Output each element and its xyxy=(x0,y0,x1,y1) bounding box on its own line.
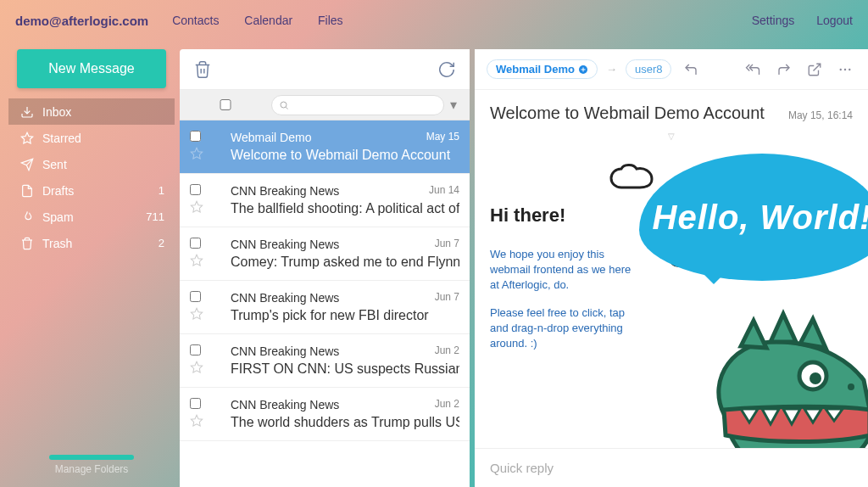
manage-folders-link[interactable]: Manage Folders xyxy=(8,443,175,487)
svg-marker-1 xyxy=(21,132,32,143)
folder-trash[interactable]: Trash2 xyxy=(8,230,175,256)
message-row[interactable]: CNN Breaking NewsJun 14The ballfield sho… xyxy=(180,174,470,227)
message-checkbox[interactable] xyxy=(190,184,201,195)
body-heading: Hi there! xyxy=(490,204,643,227)
chevron-down-icon[interactable]: ▽ xyxy=(475,132,868,142)
folder-label: Spam xyxy=(42,210,74,224)
message-date: Jun 14 xyxy=(429,184,459,198)
message-date: Jun 7 xyxy=(435,291,459,305)
select-all-checkbox[interactable] xyxy=(188,99,263,110)
folder-label: Inbox xyxy=(42,105,71,119)
message-subject: The ballfield shooting: A political act … xyxy=(231,201,459,216)
trash-icon xyxy=(20,237,36,250)
arrow-right-icon: → xyxy=(606,63,617,76)
reply-icon[interactable] xyxy=(680,62,702,77)
folder-label: Sent xyxy=(42,158,67,171)
message-checkbox[interactable] xyxy=(190,398,201,409)
svg-point-14 xyxy=(849,68,850,70)
message-from: Webmail Demo xyxy=(231,131,421,144)
scrollbar-thumb[interactable] xyxy=(49,455,134,460)
star-icon[interactable] xyxy=(190,414,225,428)
svg-marker-16 xyxy=(771,314,796,342)
more-icon[interactable] xyxy=(834,62,856,77)
message-list[interactable]: Webmail DemoMay 15Welcome to Webmail Dem… xyxy=(180,120,470,487)
svg-point-13 xyxy=(844,68,846,70)
folder-count: 2 xyxy=(159,237,164,249)
search-dropdown-icon[interactable]: ▾ xyxy=(446,97,461,113)
svg-marker-9 xyxy=(191,415,202,426)
logout-link[interactable]: Logout xyxy=(816,14,853,27)
svg-marker-4 xyxy=(191,148,202,159)
star-icon[interactable] xyxy=(190,200,225,214)
message-subject: Comey: Trump asked me to end Flynn probe xyxy=(231,255,459,270)
message-row[interactable]: CNN Breaking NewsJun 2The world shudders… xyxy=(180,388,470,441)
svg-marker-7 xyxy=(191,308,202,319)
delete-icon[interactable] xyxy=(193,60,212,79)
folder-spam[interactable]: Spam711 xyxy=(8,204,175,230)
svg-marker-15 xyxy=(741,321,766,348)
plus-icon xyxy=(578,64,588,75)
message-from: CNN Breaking News xyxy=(231,238,430,251)
nav-contacts[interactable]: Contacts xyxy=(172,14,219,27)
preview-header: Welcome to Webmail Demo Account May 15, … xyxy=(475,90,868,132)
preview-toolbar: Webmail Demo → user8 xyxy=(475,49,868,90)
message-row[interactable]: CNN Breaking NewsJun 7Trump's pick for n… xyxy=(180,281,470,334)
message-checkbox[interactable] xyxy=(190,344,201,355)
folder-drafts[interactable]: Drafts1 xyxy=(8,177,175,204)
svg-marker-6 xyxy=(191,255,202,266)
folder-sent[interactable]: Sent xyxy=(8,151,175,177)
recipient-chip[interactable]: user8 xyxy=(626,59,672,79)
folder-count: 711 xyxy=(146,210,164,223)
folder-count: 1 xyxy=(159,184,164,197)
dinosaur-illustration xyxy=(673,295,868,448)
flame-icon xyxy=(20,210,36,224)
star-icon xyxy=(20,132,36,145)
account-email[interactable]: demo@afterlogic.com xyxy=(15,14,148,28)
search-input[interactable] xyxy=(271,95,444,115)
folder-label: Trash xyxy=(42,237,72,250)
message-row[interactable]: CNN Breaking NewsJun 2FIRST ON CNN: US s… xyxy=(180,334,470,388)
file-icon xyxy=(20,184,36,198)
message-from: CNN Breaking News xyxy=(231,398,430,411)
sender-chip[interactable]: Webmail Demo xyxy=(487,59,598,79)
open-external-icon[interactable] xyxy=(804,62,826,77)
forward-icon[interactable] xyxy=(773,62,795,77)
star-icon[interactable] xyxy=(190,254,225,267)
message-subject: FIRST ON CNN: US suspects Russian hackin… xyxy=(231,361,459,377)
star-icon[interactable] xyxy=(190,361,225,374)
star-icon[interactable] xyxy=(190,147,225,160)
list-toolbar xyxy=(180,49,470,90)
send-icon xyxy=(20,158,36,171)
folder-starred[interactable]: Starred xyxy=(8,125,175,151)
quick-reply-input[interactable]: Quick reply xyxy=(475,448,868,487)
compose-button[interactable]: New Message xyxy=(17,49,166,88)
message-row[interactable]: CNN Breaking NewsJun 7Comey: Trump asked… xyxy=(180,227,470,281)
svg-point-24 xyxy=(810,372,821,384)
message-checkbox[interactable] xyxy=(190,238,201,249)
svg-point-25 xyxy=(848,383,854,390)
message-checkbox[interactable] xyxy=(190,131,201,142)
message-list-pane: ▾ Webmail DemoMay 15Welcome to Webmail D… xyxy=(180,49,470,487)
nav-calendar[interactable]: Calendar xyxy=(244,14,292,27)
inbox-icon xyxy=(20,105,36,119)
nav-files[interactable]: Files xyxy=(318,14,343,27)
svg-point-12 xyxy=(840,68,842,70)
svg-marker-5 xyxy=(191,201,202,212)
refresh-icon[interactable] xyxy=(437,60,456,79)
preview-subject: Welcome to Webmail Demo Account xyxy=(490,104,788,123)
message-date: May 15 xyxy=(426,131,459,144)
preview-pane: Webmail Demo → user8 Welcome to We xyxy=(475,49,868,487)
message-date: Jun 2 xyxy=(435,398,459,411)
reply-all-icon[interactable] xyxy=(741,62,765,77)
preview-date: May 15, 16:14 xyxy=(788,109,853,121)
folder-label: Starred xyxy=(42,132,81,145)
message-subject: Trump's pick for new FBI director xyxy=(231,308,459,323)
folder-label: Drafts xyxy=(42,184,74,198)
top-bar: demo@afterlogic.com Contacts Calendar Fi… xyxy=(0,0,868,41)
message-checkbox[interactable] xyxy=(190,291,201,302)
settings-link[interactable]: Settings xyxy=(752,14,795,27)
message-row[interactable]: Webmail DemoMay 15Welcome to Webmail Dem… xyxy=(180,120,470,174)
star-icon[interactable] xyxy=(190,307,225,321)
message-from: CNN Breaking News xyxy=(231,184,424,198)
folder-inbox[interactable]: Inbox xyxy=(8,98,175,125)
